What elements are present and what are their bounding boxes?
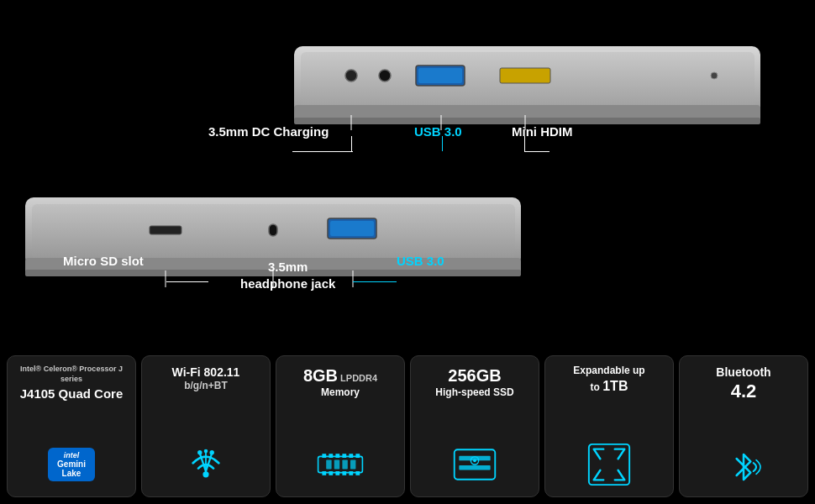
label-dc-charging: 3.5mm DC Charging [208, 124, 329, 139]
ssd-icon [451, 441, 498, 488]
svg-point-9 [711, 72, 718, 79]
svg-rect-18 [269, 224, 277, 236]
svg-rect-20 [330, 221, 374, 236]
svg-rect-35 [342, 454, 346, 458]
svg-point-28 [197, 450, 202, 454]
hline-dc [292, 151, 353, 152]
svg-rect-32 [322, 454, 326, 458]
svg-rect-50 [459, 465, 490, 470]
bluetooth-title: Bluetooth 4.2 [716, 365, 770, 404]
svg-rect-40 [335, 471, 339, 475]
spec-card-expandable: Expandable up to 1TB [544, 355, 674, 497]
line-hdmi [524, 136, 525, 151]
spec-card-processor: Intel® Celeron® Processor J series J4105… [7, 355, 136, 497]
label-usb3-top: USB 3.0 [414, 124, 462, 139]
svg-rect-43 [355, 471, 360, 475]
svg-rect-41 [342, 471, 346, 475]
spec-card-ram: 8GB LPDDR4 Memory [276, 355, 405, 497]
wifi-title: Wi-Fi 802.11 b/g/n+BT [172, 365, 240, 393]
ram-icon [317, 441, 364, 488]
svg-rect-33 [329, 454, 333, 458]
svg-rect-7 [418, 68, 462, 83]
label-microsd: Micro SD slot [63, 254, 144, 268]
hline-headphone [271, 287, 273, 288]
ram-title: 8GB LPDDR4 Memory [303, 365, 377, 400]
expandable-title: Expandable up to 1TB [573, 365, 644, 395]
svg-point-4 [345, 70, 357, 81]
line-dc [351, 136, 352, 151]
svg-rect-42 [349, 471, 353, 475]
svg-rect-47 [350, 459, 355, 469]
spec-card-bluetooth: Bluetooth 4.2 [679, 355, 808, 497]
svg-rect-3 [294, 118, 760, 124]
spec-card-ssd: 256GB High-speed SSD [410, 355, 539, 497]
svg-point-5 [379, 70, 391, 81]
svg-rect-31 [318, 456, 363, 472]
label-mini-hdim: Mini HDIM [512, 124, 573, 139]
expand-icon [586, 441, 633, 488]
label-usb3-bottom: USB 3.0 [397, 254, 444, 268]
svg-rect-45 [334, 459, 339, 469]
wifi-icon [183, 443, 229, 488]
ssd-title: 256GB High-speed SSD [435, 365, 513, 400]
svg-rect-8 [500, 68, 550, 83]
svg-point-29 [210, 450, 214, 454]
svg-rect-38 [322, 471, 326, 475]
svg-rect-34 [335, 454, 339, 458]
svg-rect-36 [349, 454, 353, 458]
processor-title: Intel® Celeron® Processor J series J4105… [13, 365, 130, 402]
svg-point-30 [204, 449, 208, 454]
svg-rect-17 [150, 226, 181, 234]
spec-card-wifi: Wi-Fi 802.11 b/g/n+BT [141, 355, 271, 497]
svg-rect-37 [355, 454, 360, 458]
svg-point-52 [473, 459, 476, 462]
svg-rect-44 [326, 459, 331, 469]
laptop-bottom-image [0, 164, 555, 315]
label-headphone: 3.5mmheadphone jack [240, 259, 335, 291]
svg-rect-39 [329, 471, 333, 475]
bluetooth-icon [723, 446, 765, 488]
svg-rect-46 [342, 459, 347, 469]
hline-usb3-bottom [353, 281, 397, 282]
intel-badge-icon: intel Gemini Lake [48, 441, 95, 488]
hline-hdmi [524, 151, 549, 152]
hline-microsd [166, 281, 208, 282]
specs-row: Intel® Celeron® Processor J series J4105… [0, 349, 815, 504]
line-usb3-top [442, 136, 443, 151]
